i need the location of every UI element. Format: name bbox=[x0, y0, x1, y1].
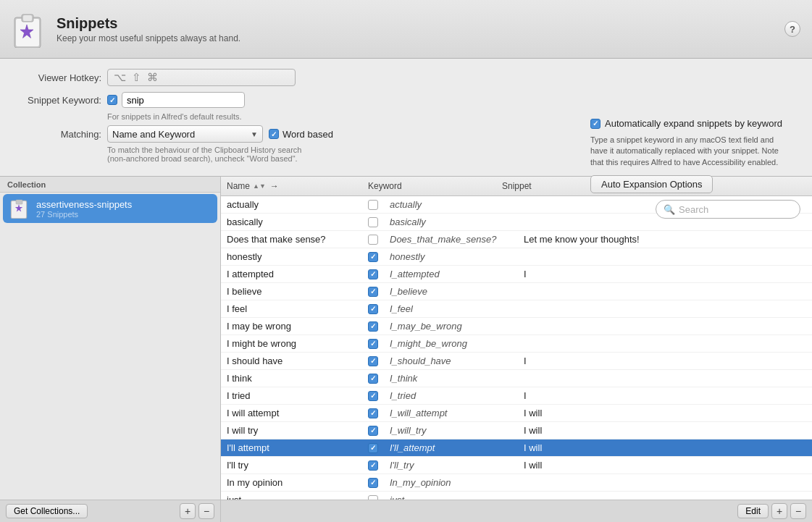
cell-keyword: I'll_try bbox=[384, 458, 518, 472]
cell-name: I'll try bbox=[221, 458, 362, 472]
cell-name: I attempted bbox=[221, 267, 362, 281]
table-row[interactable]: honestly✓honestly bbox=[221, 248, 812, 266]
cell-name: In my opinion bbox=[221, 476, 362, 489]
app-window: Snippets Keep your most useful snippets … bbox=[0, 0, 812, 522]
table-row[interactable]: I believe✓I_believe bbox=[221, 283, 812, 300]
edit-button[interactable]: Edit bbox=[737, 504, 769, 518]
collection-item[interactable]: assertiveness-snippets 27 Snippets bbox=[3, 194, 217, 223]
cell-auto-checkbox[interactable]: ✓ bbox=[362, 356, 384, 366]
cell-auto-checkbox[interactable]: ✓ bbox=[362, 408, 384, 418]
remove-collection-button[interactable]: − bbox=[198, 503, 214, 519]
hotkey-input[interactable]: ⌥ ⇧ ⌘ bbox=[107, 69, 296, 86]
top-section: Viewer Hotkey: ⌥ ⇧ ⌘ Snippet Keyword: Fo… bbox=[0, 59, 812, 170]
cell-snippet bbox=[518, 325, 812, 328]
cell-keyword: I_feel bbox=[384, 302, 518, 316]
collection-icon bbox=[10, 198, 30, 219]
table-body: actuallyactuallybasicallybasicallyDoes t… bbox=[221, 196, 812, 500]
cell-auto-checkbox[interactable]: ✓ bbox=[362, 478, 384, 488]
table-row[interactable]: I attempted✓I_attemptedI bbox=[221, 266, 812, 283]
cell-keyword: I'll_attempt bbox=[384, 441, 518, 455]
auto-expand-desc: Type a snippet keyword in any macOS text… bbox=[590, 135, 800, 168]
header-left: Snippets Keep your most useful snippets … bbox=[10, 10, 240, 48]
cell-auto-checkbox[interactable]: ✓ bbox=[362, 460, 384, 471]
cell-name: basically bbox=[221, 215, 362, 229]
cell-name: I think bbox=[221, 371, 362, 385]
col-auto-arrow: → bbox=[270, 181, 279, 191]
cell-keyword: In_my_opinion bbox=[384, 476, 518, 489]
get-collections-button[interactable]: Get Collections... bbox=[6, 504, 88, 518]
table-row[interactable]: I think✓I_think bbox=[221, 370, 812, 387]
cell-keyword: I_should_have bbox=[384, 354, 518, 368]
table-footer: Edit + − bbox=[221, 500, 812, 522]
cell-auto-checkbox[interactable]: ✓ bbox=[362, 321, 384, 332]
cell-snippet: I will bbox=[518, 458, 812, 472]
table-row[interactable]: I will try✓I_will_tryI will bbox=[221, 422, 812, 439]
matching-dropdown[interactable]: Name and Keyword ▼ bbox=[107, 125, 263, 143]
word-based-checkbox[interactable] bbox=[269, 129, 279, 139]
search-box[interactable]: 🔍 Search bbox=[656, 200, 800, 219]
snippet-keyword-inner bbox=[107, 92, 245, 108]
dropdown-arrow-icon: ▼ bbox=[251, 130, 258, 138]
table-row[interactable]: I may be wrong✓I_may_be_wrong bbox=[221, 318, 812, 335]
cell-name: I believe bbox=[221, 285, 362, 298]
svg-rect-7 bbox=[16, 200, 22, 204]
auto-expansion-options-button[interactable]: Auto Expansion Options bbox=[590, 175, 713, 193]
table-row[interactable]: justjust bbox=[221, 492, 812, 500]
cell-name: I tried bbox=[221, 389, 362, 403]
cell-snippet: I will bbox=[518, 441, 812, 455]
cell-auto-checkbox[interactable]: ✓ bbox=[362, 443, 384, 453]
cell-snippet: I bbox=[518, 354, 812, 368]
cell-keyword: just bbox=[384, 493, 518, 500]
cell-name: actually bbox=[221, 198, 362, 211]
search-container: 🔍 Search bbox=[656, 200, 800, 219]
cell-auto-checkbox[interactable]: ✓ bbox=[362, 426, 384, 436]
cell-snippet: I will bbox=[518, 406, 812, 420]
table-row[interactable]: I'll try✓I'll_tryI will bbox=[221, 457, 812, 474]
cell-auto-checkbox[interactable]: ✓ bbox=[362, 339, 384, 349]
collection-info: assertiveness-snippets 27 Snippets bbox=[36, 199, 210, 219]
auto-expand-checkbox[interactable] bbox=[590, 119, 600, 129]
matching-label: Matching: bbox=[14, 129, 101, 140]
cell-snippet bbox=[518, 481, 812, 484]
cell-snippet bbox=[518, 221, 812, 224]
cell-auto-checkbox[interactable]: ✓ bbox=[362, 252, 384, 262]
cell-auto-checkbox[interactable]: ✓ bbox=[362, 287, 384, 297]
cell-keyword: actually bbox=[384, 198, 518, 211]
table-row[interactable]: I will attempt✓I_will_attemptI will bbox=[221, 405, 812, 422]
table-row[interactable]: I feel✓I_feel bbox=[221, 300, 812, 318]
cell-auto-checkbox[interactable] bbox=[362, 200, 384, 210]
keyword-text-input[interactable] bbox=[122, 92, 245, 108]
header: Snippets Keep your most useful snippets … bbox=[0, 0, 812, 59]
cell-snippet: Let me know your thoughts! bbox=[518, 232, 812, 246]
matching-hint-line2: (non-anchored broad search), uncheck "Wo… bbox=[107, 154, 298, 163]
cell-snippet: I bbox=[518, 389, 812, 403]
cell-auto-checkbox[interactable]: ✓ bbox=[362, 304, 384, 314]
cell-auto-checkbox[interactable]: ✓ bbox=[362, 269, 384, 279]
snippet-keyword-checkbox[interactable] bbox=[107, 95, 117, 105]
auto-expand-desc-line3: that this requires Alfred to have Access… bbox=[590, 158, 778, 167]
cell-keyword: Does_that_make_sense? bbox=[384, 232, 518, 246]
cell-snippet: I will bbox=[518, 424, 812, 437]
table-row[interactable]: I should have✓I_should_haveI bbox=[221, 353, 812, 370]
table-row[interactable]: I'll attempt✓I'll_attemptI will bbox=[221, 439, 812, 457]
collection-count: 27 Snippets bbox=[36, 210, 210, 219]
remove-snippet-button[interactable]: − bbox=[790, 503, 806, 519]
cell-auto-checkbox[interactable]: ✓ bbox=[362, 374, 384, 384]
add-snippet-button[interactable]: + bbox=[771, 503, 787, 519]
cell-snippet bbox=[518, 256, 812, 258]
cell-auto-checkbox[interactable]: ✓ bbox=[362, 391, 384, 401]
cell-auto-checkbox[interactable] bbox=[362, 217, 384, 227]
header-text: Snippets Keep your most useful snippets … bbox=[56, 15, 240, 43]
cell-auto-checkbox[interactable] bbox=[362, 235, 384, 245]
table-row[interactable]: I tried✓I_triedI bbox=[221, 387, 812, 405]
cell-name: I should have bbox=[221, 354, 362, 368]
add-collection-button[interactable]: + bbox=[180, 503, 196, 519]
table-row[interactable]: In my opinion✓In_my_opinion bbox=[221, 474, 812, 492]
col-header-name: Name ▲▼ → bbox=[221, 180, 362, 193]
table-row[interactable]: I might be wrong✓I_might_be_wrong bbox=[221, 335, 812, 353]
table-row[interactable]: Does that make sense?Does_that_make_sens… bbox=[221, 231, 812, 248]
table-area: Name ▲▼ → Keyword Snippet actuallyactual… bbox=[221, 177, 812, 522]
viewer-hotkey-row: Viewer Hotkey: ⌥ ⇧ ⌘ bbox=[14, 69, 798, 86]
help-button[interactable]: ? bbox=[784, 21, 800, 37]
sidebar-list: assertiveness-snippets 27 Snippets bbox=[0, 193, 220, 500]
